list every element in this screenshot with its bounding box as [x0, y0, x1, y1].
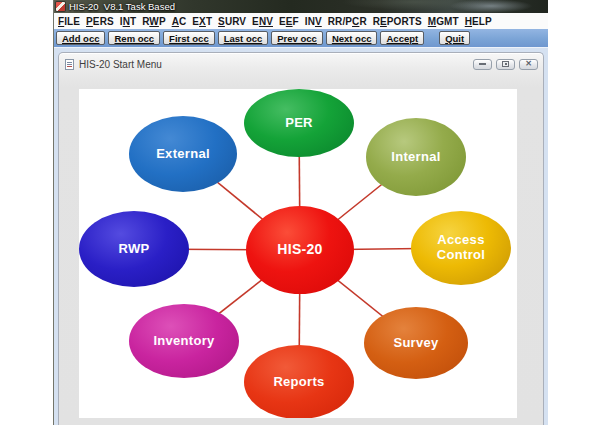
quit-button[interactable]: Quit — [439, 31, 470, 45]
minimize-icon — [479, 63, 486, 65]
menu-item-int[interactable]: INT — [117, 16, 139, 27]
child-window-controls: ✕ — [473, 59, 538, 70]
menu-item-help[interactable]: HELP — [462, 16, 495, 27]
restore-button[interactable] — [496, 59, 515, 70]
close-icon: ✕ — [525, 60, 532, 68]
child-window-titlebar[interactable]: HIS-20 Start Menu ✕ — [59, 53, 543, 72]
menu-item-inv[interactable]: INV — [302, 16, 325, 27]
application-window: HIS-20 V8.1 Task Based FILE PERS INT RWP… — [53, 0, 548, 425]
menu-item-ext[interactable]: EXT — [189, 16, 215, 27]
diagram-node-access-control[interactable]: Access Control — [411, 211, 511, 285]
menu-item-pers[interactable]: PERS — [83, 16, 117, 27]
window-titlebar: HIS-20 V8.1 Task Based — [54, 0, 548, 13]
menu-item-env[interactable]: ENV — [249, 16, 276, 27]
next-occ-button[interactable]: Next occ — [326, 31, 378, 45]
diagram-node-rwp[interactable]: RWP — [79, 211, 189, 287]
menu-item-rrpcr[interactable]: RR/PCR — [325, 16, 370, 27]
diagram-node-his20-center[interactable]: HIS-20 — [246, 206, 354, 294]
diagram-node-per[interactable]: PER — [244, 89, 354, 157]
start-menu-child-window: HIS-20 Start Menu ✕ — [58, 52, 544, 425]
mdi-client-area: HIS-20 Start Menu ✕ — [54, 47, 548, 425]
menu-item-file[interactable]: FILE — [55, 16, 83, 27]
menu-item-surv[interactable]: SURV — [215, 16, 249, 27]
app-icon — [56, 2, 65, 11]
menu-item-reports[interactable]: REPORTS — [370, 16, 425, 27]
menu-bar: FILE PERS INT RWP AC EXT SURV ENV EEF IN… — [54, 13, 548, 29]
window-title: HIS-20 V8.1 Task Based — [69, 1, 175, 12]
menu-item-ac[interactable]: AC — [169, 16, 190, 27]
menu-item-eef[interactable]: EEF — [276, 16, 302, 27]
restore-icon — [502, 61, 509, 67]
last-occ-button[interactable]: Last occ — [218, 31, 269, 45]
start-menu-diagram: PER Internal Access Control Survey Repor… — [79, 89, 517, 418]
close-button[interactable]: ✕ — [519, 59, 538, 70]
minimize-button[interactable] — [473, 59, 492, 70]
diagram-node-inventory[interactable]: Inventory — [129, 304, 239, 378]
rem-occ-button[interactable]: Rem occ — [108, 31, 160, 45]
accept-button[interactable]: Accept — [380, 31, 424, 45]
diagram-node-internal[interactable]: Internal — [366, 118, 466, 196]
diagram-node-external[interactable]: External — [129, 116, 237, 192]
add-occ-button[interactable]: Add occ — [56, 31, 105, 45]
first-occ-button[interactable]: First occ — [163, 31, 215, 45]
child-window-title: HIS-20 Start Menu — [79, 59, 162, 70]
diagram-node-survey[interactable]: Survey — [364, 307, 468, 379]
diagram-node-reports[interactable]: Reports — [244, 345, 354, 418]
toolbar: Add occ Rem occ First occ Last occ Prev … — [54, 29, 548, 47]
document-icon — [65, 59, 74, 70]
menu-item-rwp[interactable]: RWP — [139, 16, 168, 27]
menu-item-mgmt[interactable]: MGMT — [425, 16, 462, 27]
prev-occ-button[interactable]: Prev occ — [271, 31, 323, 45]
